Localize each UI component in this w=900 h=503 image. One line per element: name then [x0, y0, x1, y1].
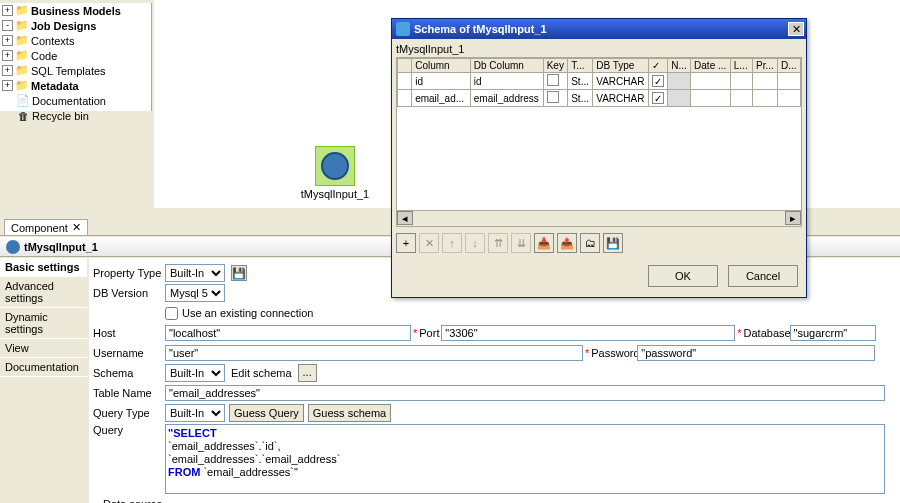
key-checkbox[interactable] [547, 74, 559, 86]
db-input-icon [6, 240, 20, 254]
username-label: Username [93, 347, 165, 359]
guess-query-button[interactable]: Guess Query [229, 404, 304, 422]
property-type-select[interactable]: Built-In [165, 264, 225, 282]
tab-component[interactable]: Component ✕ [4, 219, 88, 235]
save-icon[interactable]: 💾 [231, 265, 247, 281]
tree-item-sql-templates[interactable]: +📁SQL Templates [0, 63, 151, 78]
schema-table[interactable]: Column Db Column Key T... DB Type ✓ N...… [397, 58, 801, 107]
null-checkbox[interactable]: ✓ [652, 75, 664, 87]
expand-icon[interactable]: + [2, 35, 13, 46]
trash-icon: 🗑 [16, 109, 30, 123]
datasource-fieldset: Data source This option only applies whe… [93, 498, 896, 503]
folder-icon: 📁 [15, 4, 29, 18]
datasource-legend: Data source [100, 498, 165, 503]
folder-icon: 📁 [15, 79, 29, 93]
folder-icon: 📁 [15, 64, 29, 78]
use-existing-checkbox[interactable] [165, 307, 178, 320]
scroll-right-icon[interactable]: ▸ [785, 211, 801, 225]
node-label: tMysqlInput_1 [296, 188, 374, 200]
edit-schema-button[interactable]: ... [298, 364, 317, 382]
nav-dynamic-settings[interactable]: Dynamic settings [0, 308, 87, 339]
tab-label: Component [11, 222, 68, 234]
property-type-label: Property Type [93, 267, 165, 279]
table-row[interactable]: idid St...VARCHAR ✓ [398, 73, 801, 90]
tree-item-code[interactable]: +📁Code [0, 48, 151, 63]
schema-toolbar: + ✕ ↑ ↓ ⇈ ⇊ 📥 📤 🗂 💾 [396, 227, 802, 259]
repository-tree: +📁Business Models -📁Job Designs +📁Contex… [0, 3, 152, 111]
password-input[interactable] [637, 345, 875, 361]
table-header-row: Column Db Column Key T... DB Type ✓ N...… [398, 59, 801, 73]
down-icon: ↓ [465, 233, 485, 253]
dialog-icon [396, 22, 410, 36]
component-title: tMysqlInput_1 [24, 241, 98, 253]
settings-nav: Basic settings Advanced settings Dynamic… [0, 258, 87, 503]
canvas-node-tmysqlinput[interactable]: tMysqlInput_1 [296, 146, 374, 200]
h-scrollbar[interactable]: ◂ ▸ [397, 210, 801, 226]
schema-dialog: Schema of tMysqlInput_1 ✕ tMysqlInput_1 … [391, 18, 807, 298]
db-version-label: DB Version [93, 287, 165, 299]
expand-icon[interactable]: + [2, 80, 13, 91]
tree-item-documentation[interactable]: 📄Documentation [0, 93, 151, 108]
nav-documentation[interactable]: Documentation [0, 358, 87, 377]
db-input-icon [321, 152, 349, 180]
save-icon[interactable]: 💾 [603, 233, 623, 253]
remove-icon: ✕ [419, 233, 439, 253]
schema-select[interactable]: Built-In [165, 364, 225, 382]
port-label: Port [419, 327, 441, 339]
schema-table-wrap: Column Db Column Key T... DB Type ✓ N...… [396, 57, 802, 227]
dialog-titlebar[interactable]: Schema of tMysqlInput_1 ✕ [392, 19, 806, 39]
host-label: Host [93, 327, 165, 339]
dialog-title: Schema of tMysqlInput_1 [414, 23, 784, 35]
username-input[interactable] [165, 345, 583, 361]
collapse-icon[interactable]: - [2, 20, 13, 31]
expand-icon[interactable]: + [2, 5, 13, 16]
host-input[interactable] [165, 325, 411, 341]
password-label: Password [591, 347, 637, 359]
port-input[interactable] [441, 325, 735, 341]
tree-item-job-designs[interactable]: -📁Job Designs [0, 18, 151, 33]
table-row[interactable]: email_ad...email_address St...VARCHAR ✓ [398, 90, 801, 107]
export-icon[interactable]: 📤 [557, 233, 577, 253]
close-icon[interactable]: ✕ [788, 22, 804, 36]
tree-item-recycle-bin[interactable]: 🗑Recycle bin [0, 108, 151, 123]
table-name-input[interactable] [165, 385, 885, 401]
copy-icon[interactable]: 🗂 [580, 233, 600, 253]
guess-schema-button[interactable]: Guess schema [308, 404, 391, 422]
use-existing-label: Use an existing connection [182, 307, 313, 319]
dialog-subtitle: tMysqlInput_1 [396, 41, 802, 57]
top-icon: ⇈ [488, 233, 508, 253]
schema-label: Schema [93, 367, 165, 379]
db-version-select[interactable]: Mysql 5 [165, 284, 225, 302]
folder-icon: 📁 [15, 34, 29, 48]
query-label: Query [93, 424, 165, 436]
import-icon[interactable]: 📥 [534, 233, 554, 253]
expand-icon[interactable]: + [2, 50, 13, 61]
folder-icon: 📁 [15, 49, 29, 63]
null-checkbox[interactable]: ✓ [652, 92, 664, 104]
close-icon[interactable]: ✕ [72, 221, 81, 234]
edit-schema-label: Edit schema [231, 367, 292, 379]
table-name-label: Table Name [93, 387, 165, 399]
folder-icon: 📁 [15, 19, 29, 33]
query-textarea[interactable]: "SELECT `email_addresses`.`id`, `email_a… [165, 424, 885, 494]
add-icon[interactable]: + [396, 233, 416, 253]
key-checkbox[interactable] [547, 91, 559, 103]
expand-icon[interactable]: + [2, 65, 13, 76]
ok-button[interactable]: OK [648, 265, 718, 287]
nav-basic-settings[interactable]: Basic settings [0, 258, 87, 277]
query-type-label: Query Type [93, 407, 165, 419]
scroll-left-icon[interactable]: ◂ [397, 211, 413, 225]
bottom-icon: ⇊ [511, 233, 531, 253]
query-type-select[interactable]: Built-In [165, 404, 225, 422]
nav-view[interactable]: View [0, 339, 87, 358]
node-box[interactable] [315, 146, 355, 186]
tree-item-metadata[interactable]: +📁Metadata [0, 78, 151, 93]
doc-icon: 📄 [16, 94, 30, 108]
up-icon: ↑ [442, 233, 462, 253]
nav-advanced-settings[interactable]: Advanced settings [0, 277, 87, 308]
cancel-button[interactable]: Cancel [728, 265, 798, 287]
database-input[interactable] [790, 325, 876, 341]
tree-item-business-models[interactable]: +📁Business Models [0, 3, 151, 18]
database-label: Database [744, 327, 790, 339]
tree-item-contexts[interactable]: +📁Contexts [0, 33, 151, 48]
